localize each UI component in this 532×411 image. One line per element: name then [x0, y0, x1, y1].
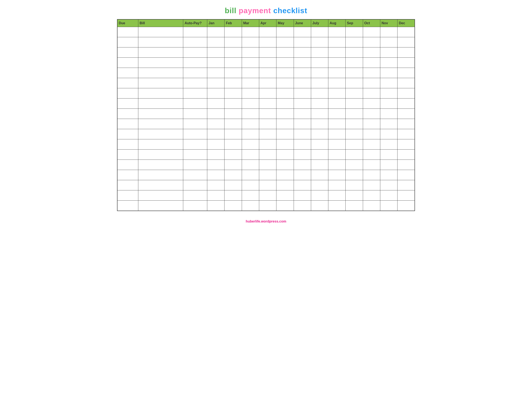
table-cell[interactable]	[225, 170, 242, 180]
table-cell[interactable]	[398, 68, 415, 78]
table-cell[interactable]	[294, 160, 311, 170]
table-cell[interactable]	[363, 37, 380, 47]
table-cell[interactable]	[225, 88, 242, 99]
table-cell[interactable]	[183, 109, 207, 119]
table-cell[interactable]	[117, 139, 138, 149]
table-cell[interactable]	[311, 68, 328, 78]
table-cell[interactable]	[117, 37, 138, 47]
table-cell[interactable]	[183, 129, 207, 139]
table-cell[interactable]	[207, 47, 225, 58]
table-cell[interactable]	[117, 190, 138, 201]
table-cell[interactable]	[276, 68, 294, 78]
table-cell[interactable]	[276, 47, 294, 58]
table-cell[interactable]	[242, 27, 259, 37]
table-cell[interactable]	[363, 47, 380, 58]
table-cell[interactable]	[311, 88, 328, 99]
table-cell[interactable]	[225, 47, 242, 58]
table-cell[interactable]	[225, 201, 242, 211]
table-cell[interactable]	[328, 160, 346, 170]
table-cell[interactable]	[380, 201, 397, 211]
table-cell[interactable]	[138, 68, 183, 78]
table-cell[interactable]	[259, 129, 276, 139]
table-cell[interactable]	[276, 37, 294, 47]
table-cell[interactable]	[398, 139, 415, 149]
table-cell[interactable]	[346, 78, 363, 88]
table-cell[interactable]	[276, 129, 294, 139]
table-cell[interactable]	[276, 149, 294, 160]
table-cell[interactable]	[259, 180, 276, 190]
table-cell[interactable]	[183, 78, 207, 88]
table-cell[interactable]	[225, 190, 242, 201]
table-cell[interactable]	[398, 99, 415, 109]
table-cell[interactable]	[242, 201, 259, 211]
table-cell[interactable]	[398, 27, 415, 37]
table-cell[interactable]	[207, 88, 225, 99]
table-cell[interactable]	[225, 99, 242, 109]
table-cell[interactable]	[311, 37, 328, 47]
table-cell[interactable]	[259, 78, 276, 88]
table-cell[interactable]	[183, 160, 207, 170]
table-cell[interactable]	[363, 149, 380, 160]
table-cell[interactable]	[207, 170, 225, 180]
table-cell[interactable]	[294, 47, 311, 58]
table-cell[interactable]	[311, 201, 328, 211]
table-cell[interactable]	[225, 58, 242, 68]
table-cell[interactable]	[183, 68, 207, 78]
table-cell[interactable]	[328, 201, 346, 211]
table-cell[interactable]	[363, 58, 380, 68]
table-cell[interactable]	[346, 88, 363, 99]
table-cell[interactable]	[225, 129, 242, 139]
table-cell[interactable]	[276, 88, 294, 99]
table-cell[interactable]	[294, 119, 311, 129]
table-cell[interactable]	[363, 99, 380, 109]
table-cell[interactable]	[398, 149, 415, 160]
table-cell[interactable]	[311, 139, 328, 149]
table-cell[interactable]	[346, 149, 363, 160]
table-cell[interactable]	[242, 180, 259, 190]
table-cell[interactable]	[380, 99, 397, 109]
table-cell[interactable]	[117, 58, 138, 68]
table-cell[interactable]	[363, 68, 380, 78]
table-cell[interactable]	[207, 119, 225, 129]
table-cell[interactable]	[328, 109, 346, 119]
table-cell[interactable]	[346, 37, 363, 47]
table-cell[interactable]	[328, 139, 346, 149]
table-cell[interactable]	[117, 180, 138, 190]
table-cell[interactable]	[259, 139, 276, 149]
table-cell[interactable]	[328, 88, 346, 99]
table-cell[interactable]	[311, 180, 328, 190]
table-cell[interactable]	[380, 37, 397, 47]
table-cell[interactable]	[346, 68, 363, 78]
table-cell[interactable]	[311, 129, 328, 139]
table-cell[interactable]	[380, 139, 397, 149]
table-cell[interactable]	[398, 201, 415, 211]
table-cell[interactable]	[242, 68, 259, 78]
table-cell[interactable]	[328, 99, 346, 109]
table-cell[interactable]	[138, 129, 183, 139]
table-cell[interactable]	[207, 139, 225, 149]
table-cell[interactable]	[207, 68, 225, 78]
table-cell[interactable]	[380, 170, 397, 180]
table-cell[interactable]	[242, 37, 259, 47]
table-cell[interactable]	[207, 180, 225, 190]
table-cell[interactable]	[398, 109, 415, 119]
table-cell[interactable]	[242, 149, 259, 160]
table-cell[interactable]	[138, 78, 183, 88]
table-cell[interactable]	[380, 160, 397, 170]
table-cell[interactable]	[138, 180, 183, 190]
table-cell[interactable]	[242, 99, 259, 109]
table-cell[interactable]	[380, 149, 397, 160]
table-cell[interactable]	[138, 119, 183, 129]
table-cell[interactable]	[363, 27, 380, 37]
table-cell[interactable]	[398, 37, 415, 47]
table-cell[interactable]	[311, 149, 328, 160]
table-cell[interactable]	[294, 129, 311, 139]
table-cell[interactable]	[346, 47, 363, 58]
table-cell[interactable]	[363, 190, 380, 201]
table-cell[interactable]	[117, 27, 138, 37]
table-cell[interactable]	[242, 119, 259, 129]
table-cell[interactable]	[294, 139, 311, 149]
table-cell[interactable]	[117, 129, 138, 139]
table-cell[interactable]	[183, 99, 207, 109]
table-cell[interactable]	[242, 170, 259, 180]
